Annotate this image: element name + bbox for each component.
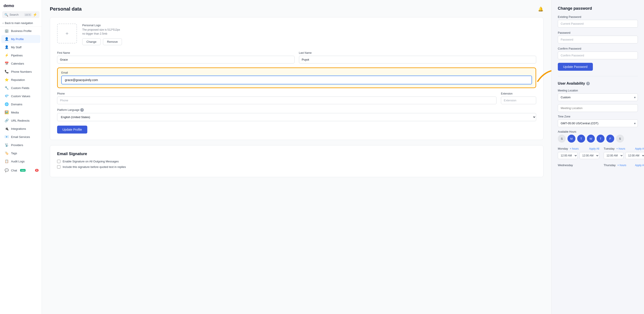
- tuesday-start-select[interactable]: 12:00 AM: [604, 152, 624, 159]
- change-logo-button[interactable]: Change: [82, 38, 101, 45]
- sidebar-item-domains[interactable]: 🌐 Domains: [1, 100, 40, 108]
- sidebar-item-audit-logs[interactable]: 📋 Audit Logs: [1, 157, 40, 165]
- tuesday-time-row: 12:00 AM 12:00 AM: [604, 152, 644, 159]
- sidebar-item-chat[interactable]: 💬 Chat 6 new: [1, 166, 40, 174]
- monday-end-select[interactable]: 12:00 AM: [580, 152, 599, 159]
- platform-lang-select[interactable]: English (United States): [57, 113, 536, 121]
- sidebar-item-label: Business Profile: [11, 29, 32, 33]
- back-to-main-nav[interactable]: ‹ Back to main navigation: [0, 20, 42, 27]
- tuesday-label: Tuesday: [604, 147, 614, 150]
- sidebar-item-reputation[interactable]: ⭐ Reputation: [1, 76, 40, 84]
- thursday-apply[interactable]: Apply All: [635, 164, 644, 167]
- day-btn-1[interactable]: M: [568, 135, 576, 143]
- last-name-label: Last Name: [299, 51, 536, 54]
- wednesday-header: Wednesday: [558, 164, 599, 167]
- sidebar-item-providers[interactable]: 📡 Providers: [1, 141, 40, 149]
- day-btn-2[interactable]: T: [577, 135, 585, 143]
- arrow-indicator: [536, 64, 552, 83]
- first-name-input[interactable]: [57, 56, 294, 63]
- confirm-password-input[interactable]: [558, 51, 638, 59]
- existing-password-input[interactable]: [558, 20, 638, 27]
- search-icon: 🔍: [4, 13, 8, 16]
- day-btn-0[interactable]: S: [558, 135, 566, 143]
- day-btn-3[interactable]: W: [587, 135, 595, 143]
- monday-start-select[interactable]: 12:00 AM: [558, 152, 578, 159]
- pipelines-icon: ⚡: [4, 53, 9, 57]
- media-icon: 🖼️: [4, 110, 9, 114]
- email-input[interactable]: [61, 76, 532, 84]
- search-bar[interactable]: 🔍 Search ctrl K ⚡: [2, 11, 40, 18]
- extension-group: Extension: [501, 92, 536, 104]
- phone-input[interactable]: [57, 96, 496, 104]
- day-btn-5[interactable]: F: [606, 135, 614, 143]
- logo-buttons: Change Remove: [82, 38, 122, 45]
- email-label: Email: [61, 71, 532, 74]
- back-label: Back to main navigation: [5, 21, 33, 25]
- sidebar-item-calendars[interactable]: 📅 Calendars: [1, 59, 40, 67]
- sidebar-item-integrations[interactable]: 🔌 Integrations: [1, 125, 40, 133]
- sidebar-item-phone-numbers[interactable]: 📞 Phone Numbers: [1, 68, 40, 76]
- sidebar-item-custom-values[interactable]: 💎 Custom Values: [1, 92, 40, 100]
- sidebar-item-business-profile[interactable]: 🏢 Business Profile: [1, 27, 40, 35]
- include-signature-checkbox[interactable]: [57, 165, 60, 169]
- monday-header: Monday + hours Apply All: [558, 147, 599, 150]
- day-btn-6[interactable]: S: [616, 135, 624, 143]
- sidebar-item-tags[interactable]: 🏷️ Tags: [1, 149, 40, 157]
- include-signature-row: Include this signature before quoted tex…: [57, 165, 536, 169]
- tuesday-end-select[interactable]: 12:00 AM: [625, 152, 644, 159]
- tags-icon: 🏷️: [4, 151, 9, 155]
- monday-label: Monday: [558, 147, 568, 150]
- sidebar-item-my-profile[interactable]: 👤 My Profile: [1, 35, 40, 43]
- existing-password-group: Existing Password: [558, 15, 638, 27]
- page-title-text: Personal data: [50, 6, 82, 12]
- enable-signature-checkbox[interactable]: [57, 160, 60, 163]
- search-label: Search: [10, 13, 23, 16]
- divider: [558, 76, 638, 76]
- confirm-password-label: Confirm Password: [558, 47, 638, 50]
- last-name-group: Last Name: [299, 51, 536, 63]
- logo-label: Personal Logo: [82, 23, 122, 27]
- meeting-location-input[interactable]: [558, 104, 638, 112]
- last-name-input[interactable]: [299, 56, 536, 63]
- include-signature-label: Include this signature before quoted tex…: [62, 165, 126, 169]
- meeting-location-select[interactable]: Custom: [558, 93, 638, 101]
- user-avail-help-icon[interactable]: ?: [586, 82, 590, 85]
- monday-time-row: 12:00 AM 12:00 AM: [558, 152, 599, 159]
- wednesday-label: Wednesday: [558, 164, 573, 167]
- time-zone-wrapper: GMT-05:00 US/Central (CDT): [558, 119, 638, 127]
- thursday-plus[interactable]: + hours: [617, 164, 626, 167]
- time-zone-select[interactable]: GMT-05:00 US/Central (CDT): [558, 119, 638, 127]
- monday-apply[interactable]: Apply All: [589, 147, 599, 150]
- sidebar-item-url-redirects[interactable]: 🔗 URL Redirects: [1, 117, 40, 124]
- sidebar-item-custom-fields[interactable]: 🔧 Custom Fields: [1, 84, 40, 92]
- day-btn-4[interactable]: T: [596, 135, 604, 143]
- help-icon[interactable]: ?: [80, 108, 84, 112]
- thursday-header: Thursday + hours Apply All: [604, 164, 644, 167]
- bell-icon[interactable]: 🔔: [538, 6, 544, 12]
- sidebar-item-email-services[interactable]: 📧 Email Services: [1, 133, 40, 141]
- sidebar-item-media[interactable]: 🖼️ Media: [1, 108, 40, 116]
- sidebar-item-my-staff[interactable]: 👤 My Staff: [1, 43, 40, 51]
- lightning-icon: ⚡: [33, 12, 37, 17]
- platform-lang-label: Platform Language ?: [57, 108, 536, 112]
- sidebar: demo 🔍 Search ctrl K ⚡ ‹ Back to main na…: [0, 0, 42, 314]
- sidebar-item-label: Reputation: [11, 78, 25, 81]
- tuesday-apply[interactable]: Apply All: [635, 147, 644, 150]
- tuesday-plus[interactable]: + hours: [616, 147, 625, 150]
- password-input[interactable]: [558, 36, 638, 43]
- sidebar-item-pipelines[interactable]: ⚡ Pipelines: [1, 51, 40, 59]
- phone-row: Phone Extension: [57, 92, 536, 104]
- extension-label: Extension: [501, 92, 536, 95]
- update-password-button[interactable]: Update Password: [558, 63, 593, 71]
- sidebar-item-label: Pipelines: [11, 54, 23, 57]
- email-signature-card: Email Signature Enable Signature on All …: [50, 145, 544, 177]
- extension-input[interactable]: [501, 96, 536, 104]
- update-profile-button[interactable]: Update Profile: [57, 126, 87, 134]
- calendars-icon: 📅: [4, 61, 9, 65]
- app-logo: demo: [0, 0, 42, 10]
- logo-upload-box[interactable]: +: [57, 23, 77, 43]
- remove-logo-button[interactable]: Remove: [103, 38, 122, 45]
- first-name-label: First Name: [57, 51, 294, 54]
- confirm-password-group: Confirm Password: [558, 47, 638, 59]
- monday-plus[interactable]: + hours: [570, 147, 578, 150]
